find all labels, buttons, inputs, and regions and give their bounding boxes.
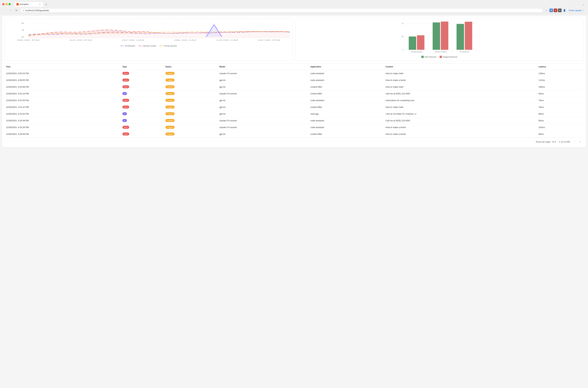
- cell-time: 12/30/2024, 4:58:05 PM: [5, 77, 121, 84]
- cell-status: Flagged: [164, 77, 218, 84]
- table-row[interactable]: 12/30/2024, 4:43:32 PM pii Flagged gpt-4…: [5, 110, 583, 117]
- tab-favicon: [16, 3, 19, 5]
- type-badge: harm: [122, 79, 129, 82]
- prev-page-button[interactable]: ‹: [573, 139, 577, 144]
- cell-type: pii: [121, 90, 164, 97]
- rows-per-page-select[interactable]: 10 ▾: [552, 141, 556, 143]
- svg-text:6: 6: [21, 22, 24, 24]
- window-menu-button[interactable]: ⌄: [581, 2, 586, 7]
- svg-text:10:00 PM: 10:00 PM: [69, 39, 92, 41]
- col-type: Type: [121, 64, 164, 70]
- cell-status: Flagged: [164, 117, 218, 124]
- bookmark-button[interactable]: ☆: [544, 8, 549, 13]
- cell-status: Flagged: [164, 104, 218, 110]
- pagination-buttons: ‹ ›: [573, 139, 582, 144]
- table-row[interactable]: 12/30/2024, 4:29:56 PM harm Flagged gpt-…: [5, 131, 583, 137]
- bar-chart-area: 70 35 0: [298, 22, 581, 54]
- cell-type: harm: [121, 131, 164, 137]
- cell-time: 12/30/2024, 4:53:58 PM: [5, 84, 121, 90]
- cell-latency: 93ms: [537, 90, 583, 97]
- legend-harm: Harmful Content: [138, 45, 156, 47]
- finish-update-button[interactable]: Finish update ⋮: [567, 9, 586, 12]
- cell-time: 12/30/2024, 4:33:26 PM: [5, 124, 121, 131]
- cell-type: pii: [121, 110, 164, 117]
- table-row[interactable]: 12/30/2024, 4:53:58 PM harm Flagged gpt-…: [5, 84, 583, 90]
- profile-button[interactable]: 👤: [562, 8, 567, 13]
- cell-model: claude-3-5-sonnet: [218, 90, 309, 97]
- cell-model: gpt-4o: [218, 110, 309, 117]
- page-content: 6 3 0 06:00 PM 10: [0, 14, 588, 388]
- finish-update-label: Finish update: [569, 9, 582, 12]
- status-badge: Flagged: [165, 133, 175, 135]
- refresh-button[interactable]: ↻: [14, 8, 19, 13]
- forward-button[interactable]: ›: [8, 8, 13, 13]
- table-section: Time Type Status Model Application Conte…: [2, 64, 586, 147]
- line-chart-container: 6 3 0 06:00 PM 10: [5, 19, 293, 61]
- cell-model: gpt-4o: [218, 104, 309, 110]
- type-badge: harm: [122, 99, 129, 102]
- svg-text:10:00 AM: 10:00 AM: [216, 39, 238, 41]
- extension-icon-3[interactable]: ⊡: [558, 9, 562, 12]
- maximize-traffic-light[interactable]: [9, 3, 11, 5]
- new-tab-button[interactable]: +: [44, 2, 48, 7]
- tab-bar: promptfoo ✕ +: [14, 2, 48, 7]
- legend-injection: Prompt Injection: [159, 45, 177, 47]
- cell-time: 12/30/2024, 4:33:49 PM: [5, 117, 121, 124]
- table-row[interactable]: 12/30/2024, 4:51:55 PM harm Flagged gpt-…: [5, 97, 583, 104]
- cell-content: Call me at (555) 123-4567: [384, 117, 537, 124]
- col-model: Model: [218, 64, 309, 70]
- status-badge: Flagged: [165, 85, 175, 88]
- extension-icon-1[interactable]: R: [549, 9, 553, 12]
- table-row[interactable]: 12/30/2024, 4:51:42 PM harm Flagged gpt-…: [5, 104, 583, 110]
- bar-chart-svg: 70 35 0: [298, 22, 581, 54]
- browser-chrome: promptfoo ✕ + ⌄ ‹ › ↻ ⊙ localhost:3200/g…: [0, 0, 588, 14]
- finish-update-menu-icon: ⋮: [582, 9, 584, 12]
- back-button[interactable]: ‹: [2, 8, 7, 13]
- active-tab[interactable]: promptfoo ✕: [14, 2, 44, 7]
- svg-marker-17: [160, 45, 161, 46]
- type-badge: harm: [122, 72, 129, 75]
- col-content: Content: [384, 64, 537, 70]
- address-bar[interactable]: ⊙ localhost:3200/guardrails: [20, 8, 543, 13]
- svg-text:0: 0: [21, 36, 24, 38]
- browser-toolbar: ‹ › ↻ ⊙ localhost:3200/guardrails ☆ R U …: [0, 7, 588, 14]
- svg-text:35: 35: [402, 36, 404, 37]
- close-traffic-light[interactable]: [2, 3, 4, 5]
- cell-type: harm: [121, 77, 164, 84]
- rows-per-page-label: Rows per page:: [536, 141, 551, 143]
- next-page-button[interactable]: ›: [577, 139, 582, 144]
- svg-rect-26: [433, 22, 440, 50]
- col-status: Status: [164, 64, 218, 70]
- tab-close-button[interactable]: ✕: [39, 3, 41, 6]
- status-badge: Flagged: [165, 112, 175, 115]
- cell-latency: 129ms: [537, 70, 583, 77]
- extension-icon-2[interactable]: U: [554, 9, 557, 12]
- table-row[interactable]: 12/30/2024, 4:58:05 PM harm Flagged gpt-…: [5, 77, 583, 84]
- traffic-lights: [2, 3, 11, 5]
- table-row[interactable]: 12/30/2024, 4:33:26 PM harm Flagged clau…: [5, 124, 583, 131]
- cell-application: code-assistant: [309, 117, 384, 124]
- type-badge: harm: [122, 106, 129, 109]
- rows-per-page-value: 10: [552, 141, 554, 143]
- minimize-traffic-light[interactable]: [5, 3, 8, 5]
- cell-type: pii: [121, 117, 164, 124]
- browser-actions: ☆ R U ⊡ 👤 Finish update ⋮: [544, 8, 586, 13]
- type-badge: harm: [122, 85, 129, 88]
- cell-time: 12/30/2024, 4:43:32 PM: [5, 110, 121, 117]
- cell-content: How to make a bomb: [384, 131, 537, 137]
- table-row[interactable]: 12/30/2024, 5:00:25 PM harm Flagged clau…: [5, 70, 583, 77]
- table-row[interactable]: 12/30/2024, 4:52:24 PM pii Flagged claud…: [5, 90, 583, 97]
- cell-type: harm: [121, 70, 164, 77]
- cell-model: claude-3-5-sonnet: [218, 70, 309, 77]
- svg-text:0: 0: [403, 49, 404, 51]
- cell-model: gpt-4o: [218, 97, 309, 104]
- address-text: localhost:3200/guardrails: [25, 9, 49, 12]
- cell-model: gpt-4o: [218, 84, 309, 90]
- cell-time: 12/30/2024, 4:29:56 PM: [5, 131, 121, 137]
- cell-application: chat-app: [309, 110, 384, 117]
- cell-application: content-filter: [309, 84, 384, 90]
- table-row[interactable]: 12/30/2024, 4:33:49 PM pii Flagged claud…: [5, 117, 583, 124]
- cell-content: How to make a bomb: [384, 77, 537, 84]
- cell-latency: 66ms: [537, 131, 583, 137]
- cell-type: harm: [121, 97, 164, 104]
